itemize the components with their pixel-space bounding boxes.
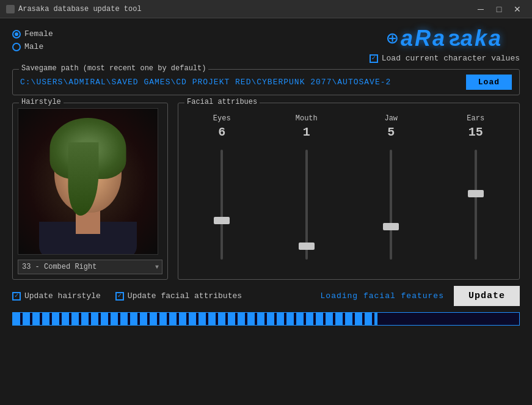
- load-character-checkbox[interactable]: [370, 54, 378, 63]
- logo-icon: ⊕: [387, 26, 398, 51]
- update-right: Loading facial features Update: [321, 286, 520, 306]
- jaw-slider-track: [390, 150, 392, 260]
- title-bar: Arasaka database update tool ─ □ ✕: [0, 0, 532, 18]
- mouth-value: 1: [303, 125, 310, 139]
- load-character-label: Load current character values: [382, 54, 520, 63]
- savegame-input[interactable]: [20, 78, 461, 87]
- eyes-value: 6: [218, 125, 225, 139]
- savegame-row: Load: [20, 75, 512, 90]
- jaw-slider-thumb[interactable]: [383, 223, 399, 230]
- ears-slider-thumb[interactable]: [468, 190, 484, 197]
- logo-area: ⊕ aRasaka Load current character values: [370, 26, 520, 63]
- hair-dropdown-wrapper: 33 - Combed Right 1 - Default 2 - Short …: [18, 260, 162, 274]
- savegame-section: Savegame path (most recent one by defaul…: [12, 69, 520, 95]
- ears-slider-col: Ears 15: [440, 114, 512, 267]
- close-button[interactable]: ✕: [509, 2, 526, 16]
- update-facial-checkbox[interactable]: [115, 292, 124, 301]
- update-hairstyle-checkbox[interactable]: [12, 292, 21, 301]
- main-content: Female Male ⊕ aRasaka Load current chara…: [0, 18, 532, 405]
- load-character-checkbox-item[interactable]: Load current character values: [370, 54, 520, 63]
- title-bar-controls: ─ □ ✕: [472, 2, 526, 16]
- progress-bar-fill: [13, 313, 377, 325]
- update-facial-label: Update facial attributes: [128, 291, 242, 301]
- update-hairstyle-label: Update hairstyle: [24, 291, 101, 301]
- load-character-row: Load current character values: [370, 54, 520, 63]
- logo: ⊕ aRasaka: [370, 26, 520, 51]
- ears-label: Ears: [467, 114, 484, 123]
- eyes-slider-thumb[interactable]: [214, 217, 230, 224]
- mouth-slider-container: [297, 142, 316, 267]
- load-button[interactable]: Load: [466, 75, 512, 90]
- hairstyle-panel: Hairstyle 33 - Combed Right 1 - Default …: [12, 103, 168, 280]
- maximize-button[interactable]: □: [490, 2, 508, 16]
- jaw-slider-col: Jaw 5: [355, 114, 428, 267]
- facial-panel-label: Facial attribues: [184, 98, 260, 106]
- middle-section: Hairstyle 33 - Combed Right 1 - Default …: [12, 103, 520, 280]
- hair-dropdown[interactable]: 33 - Combed Right 1 - Default 2 - Short …: [18, 260, 162, 274]
- male-radio[interactable]: Male: [12, 42, 53, 51]
- female-label: Female: [24, 29, 53, 38]
- mouth-label: Mouth: [296, 114, 318, 123]
- progress-bar-container: [12, 312, 520, 326]
- facial-sliders: Eyes 6 Mouth 1: [186, 108, 512, 267]
- loading-text: Loading facial features: [321, 291, 444, 301]
- app-title: Arasaka database update tool: [18, 5, 142, 13]
- eyes-slider-track: [220, 150, 223, 260]
- title-bar-left: Arasaka database update tool: [6, 5, 142, 13]
- eyes-slider-col: Eyes 6: [186, 114, 258, 267]
- male-radio-circle: [12, 43, 21, 51]
- male-label: Male: [24, 42, 43, 51]
- update-row: Update hairstyle Update facial attribute…: [12, 286, 520, 306]
- mouth-slider-track: [305, 150, 308, 260]
- minimize-button[interactable]: ─: [472, 2, 489, 16]
- hair-bg: [18, 109, 158, 254]
- update-facial-checkbox-item[interactable]: Update facial attributes: [115, 291, 242, 301]
- top-section: Female Male ⊕ aRasaka Load current chara…: [12, 26, 520, 63]
- update-checkboxes: Update hairstyle Update facial attribute…: [12, 291, 242, 301]
- gender-radio-group: Female Male: [12, 29, 53, 51]
- savegame-label: Savegame path (most recent one by defaul…: [19, 64, 208, 73]
- eyes-slider-container: [213, 142, 231, 267]
- jaw-value: 5: [387, 125, 395, 139]
- update-button[interactable]: Update: [454, 286, 520, 306]
- hair-preview-image: [18, 108, 158, 255]
- ears-value: 15: [468, 125, 483, 139]
- facial-panel: Facial attribues Eyes 6 Mouth 1: [178, 103, 520, 280]
- eyes-label: Eyes: [213, 114, 231, 123]
- logo-text: aRasaka: [401, 26, 503, 51]
- update-hairstyle-checkbox-item[interactable]: Update hairstyle: [12, 291, 101, 301]
- ears-slider-track: [475, 150, 477, 260]
- female-radio[interactable]: Female: [12, 29, 53, 38]
- hairstyle-panel-label: Hairstyle: [19, 98, 64, 106]
- mouth-slider-thumb[interactable]: [299, 243, 315, 250]
- jaw-label: Jaw: [384, 114, 398, 123]
- ears-slider-container: [467, 142, 485, 267]
- mouth-slider-col: Mouth 1: [271, 114, 343, 267]
- female-radio-circle: [12, 30, 21, 38]
- jaw-slider-container: [382, 142, 400, 267]
- app-icon: [6, 5, 15, 13]
